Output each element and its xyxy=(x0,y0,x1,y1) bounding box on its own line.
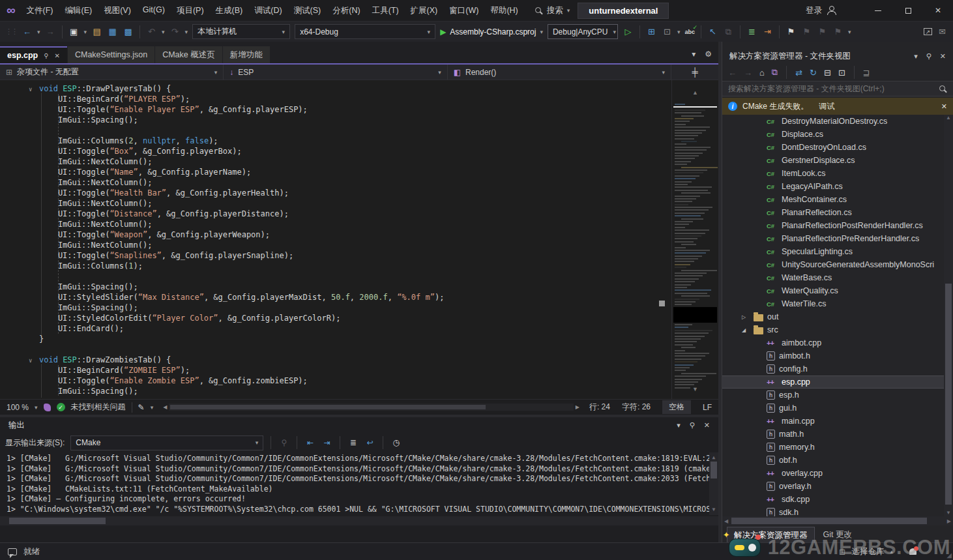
menu-item[interactable]: 扩展(X) xyxy=(405,3,444,19)
scrollbar-thumb[interactable] xyxy=(945,284,952,505)
output-source-dropdown[interactable]: CMake ▾ xyxy=(70,435,263,450)
target-view-icon[interactable]: ⊞ xyxy=(646,27,657,37)
solution-search-box[interactable] xyxy=(722,81,953,96)
pin-icon[interactable]: ⚲ xyxy=(926,52,931,61)
tree-item[interactable]: C#SpecularLighting.cs xyxy=(722,245,944,258)
panel-tab[interactable]: Git 更改 xyxy=(817,527,858,543)
bookmark-prev-icon[interactable]: ⚑ xyxy=(801,27,812,37)
switch-views-icon[interactable]: ⧉ xyxy=(772,67,778,78)
word-wrap-icon[interactable]: ↩ xyxy=(364,438,375,447)
save-icon[interactable]: ▦ xyxy=(107,27,118,37)
code-line[interactable]: UI::BeginCard(“ZOMBIE ESP”); xyxy=(39,365,671,376)
forward-icon[interactable]: → xyxy=(744,68,752,78)
code-line[interactable]: UI::Toggle(“Snaplines”, &g_Config.player… xyxy=(39,250,671,261)
next-message-icon[interactable]: ⇥ xyxy=(321,438,332,447)
tree-item[interactable]: hsdk.h xyxy=(722,506,944,516)
format-list-icon[interactable]: ≣ xyxy=(746,27,757,37)
build-configuration-dropdown[interactable]: Debug|AnyCPU ▾ xyxy=(548,24,618,39)
minimize-button[interactable] xyxy=(863,0,893,21)
home-icon[interactable]: ⌂ xyxy=(759,68,765,78)
close-icon[interactable]: ✕ xyxy=(55,52,60,59)
code-line[interactable]: ImGui::Spacing(); xyxy=(39,386,671,396)
cursor-line-indicator[interactable]: 行: 24 xyxy=(589,402,610,413)
bookmark-icon[interactable]: ⚑ xyxy=(785,27,797,37)
scrollbar-thumb[interactable] xyxy=(731,518,927,524)
scroll-right-icon[interactable]: ▶ xyxy=(576,404,579,410)
code-line[interactable]: ImGui::NextColumn(); xyxy=(39,219,671,229)
code-line[interactable]: ImGui::Columns(1); xyxy=(39,261,671,271)
tree-item[interactable]: haimbot.h xyxy=(722,349,944,362)
tree-item[interactable]: C#UnitySourceGeneratedAssemblyMonoScri xyxy=(722,258,944,271)
preview-selected-icon[interactable]: ⊒ xyxy=(863,68,870,78)
code-line[interactable]: ImGui::Spacing(); xyxy=(39,115,671,125)
collapse-all-icon[interactable]: ⊟ xyxy=(824,68,831,78)
pin-icon[interactable]: ⚲ xyxy=(690,421,695,430)
output-horizontal-scrollbar[interactable] xyxy=(0,516,718,525)
feedback-bubble-icon[interactable] xyxy=(8,548,17,555)
pin-message-icon[interactable]: ⚲ xyxy=(278,438,289,447)
tree-item[interactable]: C#DestroyMaterialOnDestroy.cs xyxy=(722,115,944,128)
tree-item[interactable]: hconfig.h xyxy=(722,362,944,376)
code-line[interactable]: UI::Toggle(“Enable Player ESP”, &g_Confi… xyxy=(39,104,671,115)
scroll-left-icon[interactable]: ◀ xyxy=(163,404,167,410)
code-line[interactable]: ImGui::NextColumn(); xyxy=(39,177,671,188)
project-dropdown[interactable]: ⊞ 杂项文件 - 无配置 ▾ xyxy=(0,65,224,80)
share-icon[interactable]: ↗ xyxy=(924,28,932,35)
code-line[interactable]: UI::EndCard(); xyxy=(39,323,671,334)
window-title[interactable]: unturnedexternal xyxy=(578,3,669,19)
code-line[interactable]: ImGui::NextColumn(); xyxy=(39,156,671,167)
back-icon[interactable]: ← xyxy=(728,68,737,78)
problems-status[interactable]: 未找到相关问题 xyxy=(71,402,126,413)
code-line[interactable]: ImGui::NextColumn(); xyxy=(39,240,671,250)
editor-tab[interactable]: CMake 概述页 xyxy=(155,46,222,63)
scrollbar-thumb[interactable] xyxy=(170,405,486,409)
bookmark-clear-icon[interactable]: ⚑ xyxy=(832,27,843,37)
menu-item[interactable]: 分析(N) xyxy=(327,3,366,19)
cursor-column-indicator[interactable]: 字符: 26 xyxy=(622,402,651,413)
tree-item[interactable]: hesp.h xyxy=(722,389,944,402)
chevron-down-icon[interactable]: ▾ xyxy=(84,29,87,35)
menu-item[interactable]: 工具(T) xyxy=(366,3,405,19)
chevron-down-icon[interactable]: ▾ xyxy=(37,29,40,35)
save-all-icon[interactable]: ▩ xyxy=(123,27,134,37)
tree-item[interactable]: ++aimbot.cpp xyxy=(722,336,944,349)
tree-item[interactable]: ++esp.cpp xyxy=(722,376,944,389)
tree-item[interactable]: C#WaterTile.cs xyxy=(722,297,944,310)
undo-icon[interactable]: ↶ xyxy=(146,27,157,37)
menu-item[interactable]: 文件(F) xyxy=(21,3,59,19)
minimap-viewport[interactable] xyxy=(673,307,717,323)
show-all-files-icon[interactable]: ⊡ xyxy=(838,68,845,78)
menu-item[interactable]: 调试(D) xyxy=(248,3,287,19)
tree-item[interactable]: C#DontDestroyOnLoad.cs xyxy=(722,141,944,154)
maximize-button[interactable] xyxy=(893,0,923,21)
indentation-indicator[interactable]: 空格 xyxy=(662,400,691,414)
close-button[interactable]: ✕ xyxy=(923,0,953,21)
scroll-down-icon[interactable]: ▼ xyxy=(709,505,718,515)
tree-item[interactable]: C#PlanarReflectionPreRenderHandler.cs xyxy=(722,232,944,245)
scroll-left-icon[interactable]: ◀ xyxy=(724,518,728,524)
tree-item[interactable]: ++overlay.cpp xyxy=(722,467,944,480)
code-line[interactable] xyxy=(39,271,671,282)
repository-picker[interactable]: 选择仓库 xyxy=(851,546,884,557)
tree-item[interactable]: C#LegacyAIPath.cs xyxy=(722,180,944,193)
close-icon[interactable]: ✕ xyxy=(940,52,946,61)
tree-item[interactable]: ++main.cpp xyxy=(722,415,944,428)
menu-item[interactable]: Git(G) xyxy=(137,3,171,19)
code-line[interactable]: ImGui::Columns(2, nullptr, false); xyxy=(39,136,671,146)
code-line[interactable]: ∨void ESP::DrawZombiesTab() { xyxy=(39,355,671,365)
pin-icon[interactable]: ⚲ xyxy=(44,52,48,59)
chevron-down-icon[interactable]: ▾ xyxy=(677,421,681,430)
sync-with-active-document-icon[interactable]: ⇄ xyxy=(795,68,802,78)
target-system-dropdown[interactable]: 本地计算机 ▾ xyxy=(192,24,290,39)
code-line[interactable] xyxy=(39,125,671,136)
tree-item[interactable]: ▷out xyxy=(722,310,944,323)
code-line[interactable]: UI::StyledColorEdit(“Player Color”, &g_C… xyxy=(39,313,671,323)
refresh-icon[interactable]: ↻ xyxy=(810,68,817,78)
gear-icon[interactable]: ⚙ xyxy=(705,50,712,59)
open-folder-icon[interactable]: ▤ xyxy=(91,27,102,37)
line-ending-indicator[interactable]: LF xyxy=(703,403,712,412)
panel-tab[interactable]: 解决方案资源管理器 xyxy=(727,527,815,544)
tree-item[interactable]: C#PlanarReflectionPostRenderHandler.cs xyxy=(722,219,944,232)
menu-item[interactable]: 生成(B) xyxy=(210,3,249,19)
split-editor-handle[interactable]: ╪ xyxy=(671,65,718,80)
